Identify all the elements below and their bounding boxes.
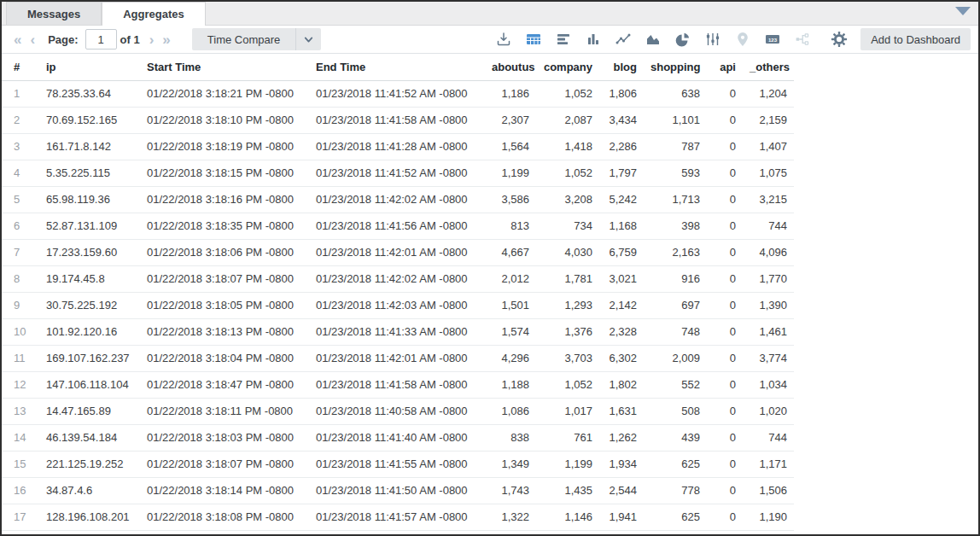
table-cell: 1,293 xyxy=(536,292,599,318)
column-header-blog[interactable]: blog xyxy=(599,54,644,80)
table-cell: 0 xyxy=(707,239,743,265)
table-cell: 78.235.33.64 xyxy=(39,80,140,107)
table-row[interactable]: 11169.107.162.23701/22/2018 3:18:04 PM -… xyxy=(2,345,794,371)
export-icon[interactable] xyxy=(494,30,513,49)
table-row[interactable]: 1446.139.54.18401/22/2018 3:18:03 PM -08… xyxy=(2,424,794,451)
table-cell: 65.98.119.36 xyxy=(39,186,140,213)
table-cell: 3,774 xyxy=(743,345,794,371)
table-icon[interactable] xyxy=(524,30,543,49)
table-cell: 01/23/2018 11:41:33 AM -0800 xyxy=(309,318,485,345)
row-number-cell: 9 xyxy=(2,292,39,318)
first-page-button[interactable]: « xyxy=(9,32,26,47)
table-row[interactable]: 3161.71.8.14201/22/2018 3:18:19 PM -0800… xyxy=(2,133,794,160)
table-cell: 1,086 xyxy=(485,398,536,424)
table-row[interactable]: 10101.92.120.1601/22/2018 3:18:13 PM -08… xyxy=(2,318,794,345)
table-cell: 30.75.225.192 xyxy=(39,292,140,318)
column-header-others[interactable]: _others xyxy=(743,54,794,80)
table-cell: 916 xyxy=(644,265,707,292)
table-cell: 1,262 xyxy=(599,424,644,451)
table-cell: 01/23/2018 11:41:57 AM -0800 xyxy=(309,504,485,530)
table-cell: 01/22/2018 3:18:16 PM -0800 xyxy=(140,186,309,213)
table-cell: 1,770 xyxy=(743,265,794,292)
table-row[interactable]: 819.174.45.801/22/2018 3:18:07 PM -08000… xyxy=(2,265,794,292)
last-page-button[interactable]: » xyxy=(158,32,174,47)
table-cell: 0 xyxy=(707,318,743,345)
table-cell: 0 xyxy=(707,504,743,530)
settings-sliders-icon[interactable] xyxy=(703,30,722,49)
column-header-row-number[interactable]: # xyxy=(2,54,39,80)
chevron-down-icon[interactable] xyxy=(295,28,321,50)
table-cell: 01/23/2018 11:41:52 AM -0800 xyxy=(309,160,485,186)
table-row[interactable]: 15221.125.19.25201/22/2018 3:18:07 PM -0… xyxy=(2,451,794,477)
tab-aggregates[interactable]: Aggregates xyxy=(102,2,206,26)
table-cell: 1,199 xyxy=(485,160,536,186)
column-header-aboutus[interactable]: aboutus xyxy=(485,54,536,80)
prev-page-button[interactable]: ‹ xyxy=(26,32,39,47)
row-number-cell: 5 xyxy=(2,186,39,213)
table-row[interactable]: 17128.196.108.20101/22/2018 3:18:08 PM -… xyxy=(2,504,794,530)
column-header-shopping[interactable]: shopping xyxy=(644,54,707,80)
column-header-company[interactable]: company xyxy=(536,54,599,80)
table-row[interactable]: 717.233.159.6001/22/2018 3:18:06 PM -080… xyxy=(2,239,794,265)
line-chart-icon[interactable] xyxy=(614,30,633,49)
column-header-start-time[interactable]: Start Time xyxy=(140,54,309,80)
column-header-end-time[interactable]: End Time xyxy=(309,54,485,80)
search-results-panel: Messages Aggregates « ‹ Page: of 1 › » T… xyxy=(0,0,980,536)
table-cell: 1,020 xyxy=(743,398,794,424)
table-row[interactable]: 178.235.33.6401/22/2018 3:18:21 PM -0800… xyxy=(2,80,794,107)
column-chart-icon[interactable] xyxy=(584,30,603,49)
table-cell: 01/22/2018 3:18:35 PM -0800 xyxy=(140,213,309,239)
table-cell: 2,142 xyxy=(599,292,644,318)
row-number-cell: 12 xyxy=(2,371,39,398)
table-cell: 3,586 xyxy=(485,186,536,213)
table-cell: 3,208 xyxy=(536,186,599,213)
table-cell: 2,544 xyxy=(599,477,644,504)
table-cell: 1,631 xyxy=(599,398,644,424)
pie-chart-icon[interactable] xyxy=(674,30,692,49)
next-page-button[interactable]: › xyxy=(145,32,159,47)
table-cell: 01/22/2018 3:18:21 PM -0800 xyxy=(140,80,309,107)
table-cell: 1,322 xyxy=(485,504,536,530)
table-row[interactable]: 1634.87.4.601/22/2018 3:18:14 PM -080001… xyxy=(2,477,794,504)
table-row[interactable]: 652.87.131.10901/22/2018 3:18:35 PM -080… xyxy=(2,213,794,239)
table-cell: 1,146 xyxy=(536,504,599,530)
table-cell: 01/22/2018 3:18:03 PM -0800 xyxy=(140,424,309,451)
table-cell: 0 xyxy=(707,424,743,451)
time-compare-button[interactable]: Time Compare xyxy=(192,28,321,50)
row-number-cell: 8 xyxy=(2,265,39,292)
table-cell: 1,743 xyxy=(485,477,536,504)
page-input[interactable] xyxy=(85,29,117,50)
add-to-dashboard-button[interactable]: Add to Dashboard xyxy=(860,28,971,50)
table-header-row: #ipStart TimeEnd Timeaboutuscompanyblogs… xyxy=(2,54,794,80)
area-chart-icon[interactable] xyxy=(644,30,662,49)
table-row[interactable]: 565.98.119.3601/22/2018 3:18:16 PM -0800… xyxy=(2,186,794,213)
table-row[interactable]: 45.35.225.11501/22/2018 3:18:15 PM -0800… xyxy=(2,160,794,186)
table-row[interactable]: 270.69.152.16501/22/2018 3:18:10 PM -080… xyxy=(2,107,794,133)
collapse-panel-triangle-icon[interactable] xyxy=(955,7,971,15)
table-cell: 778 xyxy=(644,477,707,504)
table-cell: 01/22/2018 3:18:10 PM -0800 xyxy=(140,107,309,133)
gear-icon[interactable] xyxy=(830,30,849,49)
column-header-api[interactable]: api xyxy=(707,54,743,80)
table-cell: 813 xyxy=(485,213,536,239)
table-cell: 46.139.54.184 xyxy=(39,424,140,451)
table-row[interactable]: 930.75.225.19201/22/2018 3:18:05 PM -080… xyxy=(2,292,794,318)
table-cell: 01/23/2018 11:42:01 AM -0800 xyxy=(309,345,485,371)
table-cell: 2,286 xyxy=(599,133,644,160)
single-value-icon[interactable]: 123 xyxy=(763,30,782,49)
table-cell: 1,564 xyxy=(485,133,536,160)
bar-chart-icon[interactable] xyxy=(554,30,573,49)
table-row[interactable]: 1314.47.165.8901/22/2018 3:18:11 PM -080… xyxy=(2,398,794,424)
table-cell: 0 xyxy=(707,107,743,133)
table-cell: 1,501 xyxy=(485,292,536,318)
table-row[interactable]: 12147.106.118.10401/22/2018 3:18:47 PM -… xyxy=(2,371,794,398)
table-cell: 638 xyxy=(644,80,707,107)
table-cell: 761 xyxy=(536,424,599,451)
table-cell: 128.196.108.201 xyxy=(39,504,140,530)
table-cell: 101.92.120.16 xyxy=(39,318,140,345)
table-cell: 0 xyxy=(707,398,743,424)
table-cell: 4,296 xyxy=(485,345,536,371)
column-header-ip[interactable]: ip xyxy=(39,54,140,80)
tab-messages[interactable]: Messages xyxy=(6,2,102,25)
table-cell: 625 xyxy=(644,504,707,530)
